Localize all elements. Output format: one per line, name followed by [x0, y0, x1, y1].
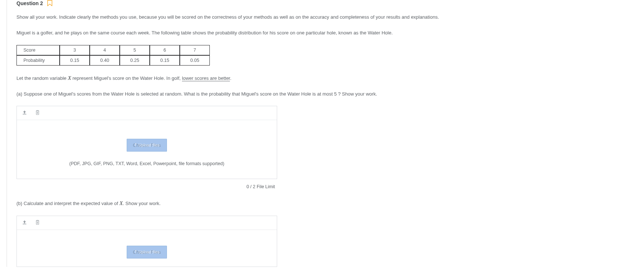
upload-dropzone[interactable]: Choose Files ⤒ Upload files (PDF, JPG, G… [17, 120, 277, 179]
probability-table: Score 3 4 5 6 7 Probability 0.15 0.40 0.… [16, 45, 210, 66]
table-cell: 3 [60, 45, 90, 55]
table-cell: 6 [150, 45, 180, 55]
question-header: Question 2 [16, 0, 636, 6]
button-label: Choose Files [133, 249, 161, 255]
upload-icon[interactable] [22, 110, 27, 116]
upload-card-a: Choose Files ⤒ Upload files (PDF, JPG, G… [16, 106, 277, 179]
button-label: Choose Files [133, 142, 161, 148]
table-cell: 0.05 [180, 55, 210, 66]
trash-icon[interactable] [35, 110, 40, 116]
table-row: Probability 0.15 0.40 0.25 0.15 0.05 [16, 55, 210, 66]
text-fragment: represent Miguel's score on the Water Ho… [71, 75, 182, 81]
table-cell: 4 [90, 45, 120, 55]
table-cell: 7 [180, 45, 210, 55]
upload-toolbar [17, 216, 277, 230]
table-cell: 0.25 [120, 55, 150, 66]
upload-icon[interactable] [22, 220, 27, 226]
table-row: Score 3 4 5 6 7 [16, 45, 210, 55]
table-cell: 0.15 [60, 55, 90, 66]
table-cell: Probability [16, 55, 60, 66]
file-limit-text: 0 / 2 File Limit [16, 183, 277, 192]
bookmark-icon[interactable] [47, 0, 52, 6]
variable-x: X [68, 75, 71, 81]
upload-card-b: Choose Files ⤒ Upload files [16, 216, 277, 267]
choose-files-button[interactable]: Choose Files ⤒ Upload files [127, 246, 167, 258]
context-text: Miguel is a golfer, and he plays on the … [16, 29, 636, 37]
part-a-text: (a) Suppose one of Miguel's scores from … [16, 90, 636, 98]
trash-icon[interactable] [35, 220, 40, 226]
table-cell: 0.40 [90, 55, 120, 66]
upload-toolbar [17, 106, 277, 120]
text-fragment: Let the random variable [16, 75, 68, 81]
table-cell: 5 [120, 45, 150, 55]
text-fragment: (b) Calculate and interpret the expected… [16, 201, 119, 206]
text-fragment: . [230, 75, 231, 81]
instructions-text: Show all your work. Indicate clearly the… [16, 14, 636, 21]
table-cell: Score [16, 45, 60, 55]
table-cell: 0.15 [150, 55, 180, 66]
choose-files-button[interactable]: Choose Files ⤒ Upload files [127, 139, 167, 152]
part-b-text: (b) Calculate and interpret the expected… [16, 199, 636, 208]
supported-formats-text: (PDF, JPG, GIF, PNG, TXT, Word, Excel, P… [69, 161, 224, 166]
upload-dropzone[interactable]: Choose Files ⤒ Upload files [17, 230, 277, 267]
variable-definition: Let the random variable X represent Migu… [16, 74, 636, 82]
question-title: Question 2 [16, 0, 43, 6]
variable-x: X [119, 200, 123, 206]
text-fragment: . Show your work. [123, 201, 160, 206]
underlined-text: lower scores are better [182, 75, 230, 81]
